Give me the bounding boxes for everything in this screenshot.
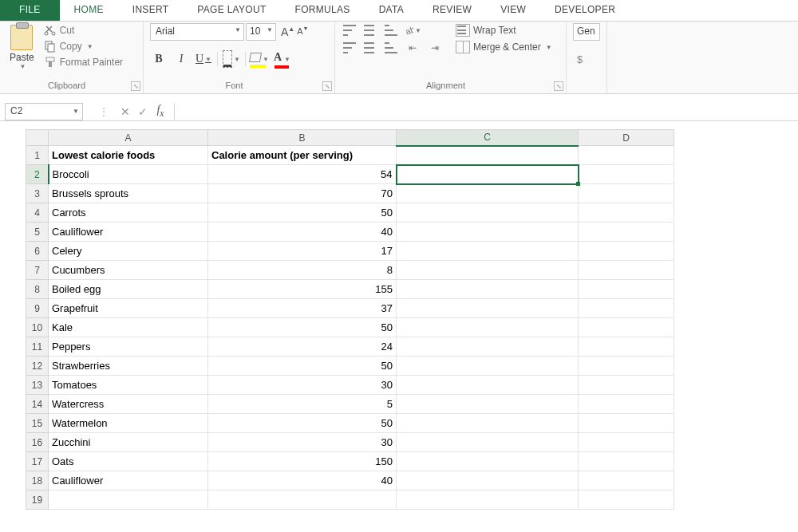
cell[interactable] (397, 414, 579, 433)
cell[interactable]: Tomatoes (49, 376, 208, 395)
chevron-down-icon[interactable]: ▼ (546, 44, 552, 51)
decrease-indent-button[interactable]: ⇤ (404, 41, 421, 55)
cell[interactable]: 8 (208, 261, 397, 280)
select-all-corner[interactable] (26, 130, 49, 146)
cell[interactable] (579, 146, 674, 165)
chevron-down-icon[interactable]: ▼ (19, 63, 26, 70)
cell[interactable] (579, 471, 674, 491)
chevron-down-icon[interactable]: ▼ (73, 108, 79, 115)
cell[interactable] (579, 184, 674, 203)
cell[interactable] (397, 223, 579, 242)
cell[interactable] (397, 491, 579, 510)
cell[interactable] (397, 203, 579, 223)
cell[interactable] (579, 223, 674, 242)
cell[interactable] (397, 299, 579, 318)
cell[interactable]: Oats (49, 452, 208, 471)
cell[interactable]: Lowest calorie foods (49, 146, 208, 165)
cell[interactable]: Kale (49, 318, 208, 337)
font-size-combo[interactable]: 10 ▼ (246, 23, 276, 41)
cell[interactable] (397, 261, 579, 280)
cell[interactable] (579, 261, 674, 280)
cell[interactable]: 50 (208, 203, 397, 223)
chevron-down-icon[interactable]: ▼ (87, 43, 93, 50)
tab-review[interactable]: REVIEW (418, 0, 486, 21)
cell[interactable] (397, 471, 579, 491)
cell[interactable] (579, 280, 674, 299)
increase-font-button[interactable]: A▲ (281, 26, 294, 38)
cell[interactable]: 37 (208, 299, 397, 318)
row-header[interactable]: 17 (26, 452, 49, 471)
row-header[interactable]: 19 (26, 491, 49, 510)
row-header[interactable]: 2 (26, 165, 49, 184)
dialog-launcher-font[interactable]: ⤡ (322, 81, 332, 91)
align-center-button[interactable] (362, 41, 378, 55)
tab-file[interactable]: FILE (0, 0, 60, 21)
font-name-combo[interactable]: Arial ▼ (150, 23, 244, 41)
row-header[interactable]: 18 (26, 471, 49, 491)
cell[interactable]: 30 (208, 433, 397, 452)
cell[interactable] (579, 395, 674, 414)
row-header[interactable]: 11 (26, 337, 49, 357)
chevron-down-icon[interactable]: ▼ (415, 27, 421, 34)
cell[interactable]: Cauliflower (49, 471, 208, 491)
cell[interactable] (397, 280, 579, 299)
cell[interactable] (579, 337, 674, 357)
col-header-d[interactable]: D (579, 130, 674, 146)
align-top-button[interactable] (342, 23, 358, 37)
cell[interactable]: Broccoli (49, 165, 208, 184)
chevron-down-icon[interactable]: ▼ (235, 26, 241, 33)
cell[interactable]: Strawberries (49, 357, 208, 376)
cell[interactable] (579, 165, 674, 184)
align-left-button[interactable] (342, 41, 358, 55)
cell[interactable]: Peppers (49, 337, 208, 357)
tab-formulas[interactable]: FORMULAS (281, 0, 365, 21)
cell[interactable] (579, 376, 674, 395)
insert-function-button[interactable]: fx (152, 104, 169, 119)
cell[interactable] (397, 165, 579, 184)
align-middle-button[interactable] (362, 23, 378, 37)
bold-button[interactable]: B (150, 50, 168, 68)
cell[interactable] (397, 395, 579, 414)
cell[interactable] (397, 242, 579, 261)
cell[interactable]: 155 (208, 280, 397, 299)
cell[interactable]: 5 (208, 395, 397, 414)
cell[interactable]: 40 (208, 471, 397, 491)
cell[interactable] (579, 203, 674, 223)
cell[interactable]: 50 (208, 357, 397, 376)
formula-input[interactable] (174, 103, 798, 120)
cell[interactable]: 40 (208, 223, 397, 242)
tab-page-layout[interactable]: PAGE LAYOUT (183, 0, 280, 21)
chevron-down-icon[interactable]: ▼ (263, 56, 269, 63)
cell[interactable]: 50 (208, 318, 397, 337)
cell[interactable]: Grapefruit (49, 299, 208, 318)
cell[interactable]: Calorie amount (per serving) (208, 146, 397, 165)
underline-button[interactable]: U▼ (195, 50, 212, 68)
enter-formula-button[interactable]: ✓ (134, 105, 152, 118)
cancel-formula-button[interactable]: ✕ (117, 105, 134, 118)
cell[interactable]: Cucumbers (49, 261, 208, 280)
row-header[interactable]: 4 (26, 203, 49, 223)
cell[interactable]: 70 (208, 184, 397, 203)
cell[interactable]: 30 (208, 376, 397, 395)
paste-button[interactable]: Paste ▼ (6, 23, 38, 72)
row-header[interactable]: 16 (26, 433, 49, 452)
cell[interactable]: 17 (208, 242, 397, 261)
italic-button[interactable]: I (172, 50, 190, 68)
name-box[interactable]: C2 ▼ (5, 103, 83, 120)
row-header[interactable]: 5 (26, 223, 49, 242)
cell[interactable] (579, 452, 674, 471)
tab-home[interactable]: HOME (60, 0, 118, 21)
increase-indent-button[interactable]: ⇥ (426, 41, 444, 55)
cell[interactable]: 24 (208, 337, 397, 357)
cell[interactable] (397, 433, 579, 452)
row-header[interactable]: 10 (26, 318, 49, 337)
tab-view[interactable]: VIEW (486, 0, 540, 21)
cell[interactable]: 50 (208, 414, 397, 433)
chevron-down-icon[interactable]: ▼ (234, 56, 240, 63)
cell[interactable] (397, 318, 579, 337)
row-header[interactable]: 14 (26, 395, 49, 414)
fill-color-button[interactable]: ▼ (251, 50, 268, 68)
chevron-down-icon[interactable]: ▼ (205, 56, 211, 63)
format-painter-button[interactable]: Format Painter (42, 55, 124, 69)
decrease-font-button[interactable]: A▼ (297, 26, 308, 38)
